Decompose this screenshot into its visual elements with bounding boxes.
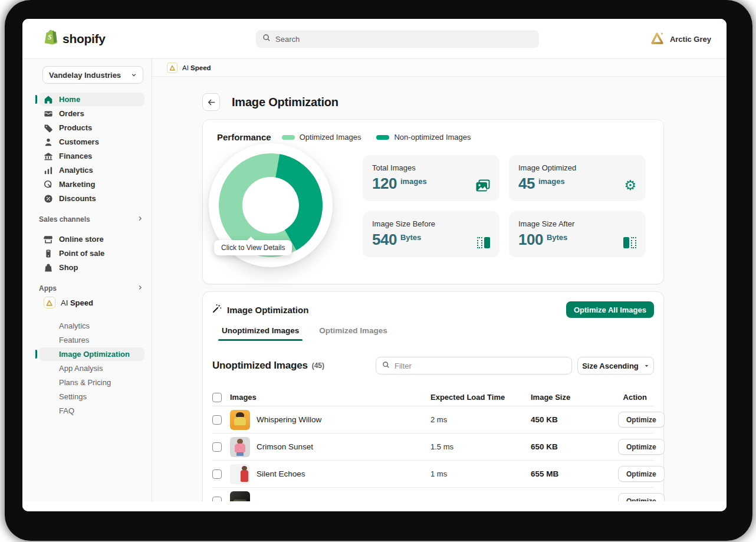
stat-label: Total Images (372, 163, 490, 172)
back-button[interactable] (202, 93, 220, 111)
sidebar-item-point-of-sale[interactable]: Point of sale (39, 247, 144, 260)
optimization-header: Image Optimization Optimize All Images (212, 292, 654, 318)
optimize-button[interactable]: Optimize (618, 493, 665, 501)
sidebar-item-customers[interactable]: Customers (39, 135, 144, 149)
user-menu[interactable]: Arctic Grey (650, 19, 711, 59)
home-icon (44, 95, 53, 104)
image-thumbnail (230, 410, 250, 430)
page: S shopify (0, 0, 756, 542)
sidebar-item-orders[interactable]: Orders (39, 107, 144, 120)
sales-channels-label: Sales channels (39, 215, 90, 224)
optimize-button[interactable]: Optimize (618, 439, 665, 455)
breadcrumb-label: AI Speed (182, 64, 211, 71)
customers-icon (44, 137, 53, 147)
channels-nav: Online store Point of sale Shop (22, 232, 152, 274)
sidebar-subitem-settings[interactable]: Settings (39, 390, 144, 403)
chevron-right-icon (137, 284, 143, 293)
legend-item: Non-optimized Images (376, 133, 471, 142)
sidebar-item-home[interactable]: Home (39, 93, 144, 106)
filter-input[interactable] (395, 362, 566, 370)
load-time: 2 ms (430, 415, 531, 424)
gear-icon: ⚙ (624, 179, 636, 192)
sidebar-item-online-store[interactable]: Online store (39, 232, 144, 246)
table-header-row: Images Expected Load Time Image Size Act… (212, 389, 654, 406)
pos-icon (44, 249, 53, 258)
products-icon (44, 123, 53, 133)
sidebar-item-discounts[interactable]: Discounts (39, 192, 144, 205)
legend-item: Optimized Images (282, 133, 361, 142)
sort-dropdown[interactable]: Size Ascending (577, 357, 654, 375)
row-checkbox[interactable] (212, 415, 222, 425)
breadcrumb: AI Speed (152, 59, 727, 77)
tab-unoptimized-images[interactable]: Unoptimized Images (222, 326, 299, 341)
row-checkbox[interactable] (212, 469, 222, 479)
sidebar-item-finances[interactable]: Finances (39, 149, 144, 163)
search-input[interactable] (275, 35, 533, 44)
user-name: Arctic Grey (670, 35, 711, 44)
stat-label: Image Optimized (518, 163, 636, 172)
list-header: Unoptimized Images (45) (212, 357, 654, 375)
arrow-left-icon (207, 98, 216, 107)
select-all-checkbox[interactable] (212, 393, 222, 402)
optimize-button[interactable]: Optimize (618, 466, 665, 482)
store-name: Vandelay Industries (49, 71, 121, 80)
col-image-size: Image Size (531, 393, 618, 402)
sort-label: Size Ascending (582, 362, 639, 370)
sidebar-item-shop[interactable]: Shop (39, 261, 144, 274)
row-checkbox[interactable] (212, 442, 222, 452)
table-row: Optimize (212, 488, 654, 501)
sales-channels-header[interactable]: Sales channels (39, 215, 143, 224)
image-name: Silent Echoes (257, 469, 305, 478)
discounts-icon (44, 194, 53, 203)
sidebar-item-products[interactable]: Products (39, 121, 144, 134)
sidebar-subitem-analytics[interactable]: Analytics (39, 319, 144, 333)
stats-grid: Total Images 120images Image Optimized 4… (363, 155, 646, 257)
optimize-all-button[interactable]: Optimize All Images (566, 301, 654, 318)
sidebar-item-analytics[interactable]: Analytics (39, 163, 144, 177)
apps-label: Apps (39, 284, 57, 293)
tabs: Unoptimized ImagesOptimized Images (222, 326, 654, 341)
tab-optimized-images[interactable]: Optimized Images (319, 326, 387, 341)
magic-wand-icon (212, 304, 222, 316)
stat-value: 540Bytes (372, 231, 490, 249)
search-icon (262, 34, 271, 44)
sidebar-subitem-app-analysis[interactable]: App Analysis (39, 362, 144, 375)
list-count: (45) (312, 362, 324, 370)
shop-icon (44, 263, 53, 272)
performance-card: Performance Optimized Images Non-optimiz… (202, 119, 664, 284)
global-search[interactable] (256, 30, 539, 48)
shopify-bag-icon: S (44, 29, 58, 48)
sidebar-subitem-faq[interactable]: FAQ (39, 404, 144, 418)
image-thumbnail (230, 437, 250, 457)
stat-label: Image Size After (518, 219, 636, 228)
donut-chart[interactable]: Click to View Details (209, 143, 333, 267)
filter-box[interactable] (376, 357, 572, 375)
sidebar-item-ai-speed[interactable]: AI Speed (39, 295, 144, 310)
stat-value: 45images (518, 175, 636, 193)
chevron-down-icon (644, 363, 649, 369)
performance-header: Performance Optimized Images Non-optimiz… (203, 120, 663, 142)
sidebar-subitem-features[interactable]: Features (39, 333, 144, 347)
image-size: 655 MB (531, 469, 618, 478)
table-row: Crimson Sunset 1.5 ms 650 KB Optimize (212, 433, 654, 461)
chart-legend: Optimized Images Non-optimized Images (282, 133, 471, 142)
stat-value: 100Bytes (518, 231, 636, 249)
window-bottom-padding (22, 501, 727, 511)
optimize-button[interactable]: Optimize (618, 412, 665, 428)
legend-swatch (282, 135, 295, 140)
image-name: Crimson Sunset (257, 442, 313, 451)
sidebar-subitem-image-optimization[interactable]: Image Optimization (39, 347, 144, 361)
stat-value: 120images (372, 175, 490, 193)
row-checkbox[interactable] (212, 497, 222, 502)
apps-header[interactable]: Apps (39, 284, 143, 293)
stat-card: Image Size Before 540Bytes (363, 211, 499, 257)
optimization-title: Image Optimization (227, 305, 308, 315)
sidebar-item-marketing[interactable]: Marketing (39, 178, 144, 191)
chart-tooltip[interactable]: Click to View Details (214, 240, 292, 255)
load-time: 1.5 ms (430, 442, 531, 451)
app-nav: AnalyticsFeaturesImage OptimizationApp A… (22, 319, 152, 418)
size-before-icon (477, 237, 490, 248)
page-header: Image Optimization (202, 93, 664, 111)
sidebar-subitem-plans-pricing[interactable]: Plans & Pricing (39, 376, 144, 389)
store-selector[interactable]: Vandelay Industries (42, 66, 143, 84)
